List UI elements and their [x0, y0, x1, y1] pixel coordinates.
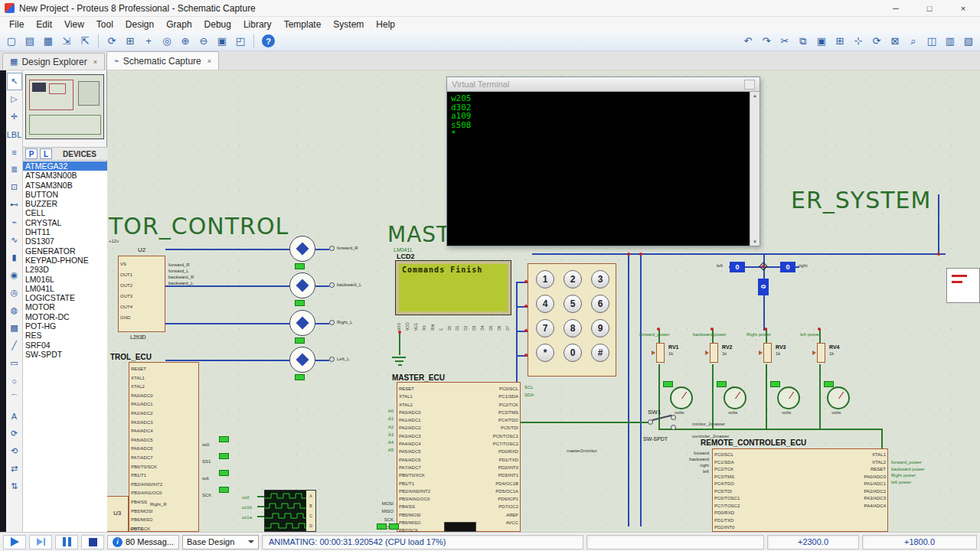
keypad-key[interactable]: *: [536, 344, 554, 362]
block-copy-icon[interactable]: ⊞: [831, 33, 848, 50]
grid-icon[interactable]: ⊞: [122, 33, 139, 50]
packaging-icon[interactable]: ▥: [942, 33, 959, 50]
import-icon[interactable]: ⇲: [58, 33, 75, 50]
rotate-ccw-icon[interactable]: ⟲: [7, 442, 22, 460]
menu-item[interactable]: File: [3, 19, 30, 30]
device-list-item[interactable]: KEYPAD-PHONE: [23, 256, 107, 265]
device-pin-icon[interactable]: ⌁: [7, 214, 22, 231]
overview-window[interactable]: [25, 74, 104, 139]
u2-ic[interactable]: VSOUT1OUT2OUT3OUT4GND: [118, 256, 165, 332]
device-list-item[interactable]: BUZZER: [23, 199, 107, 208]
library-button[interactable]: L: [40, 148, 52, 159]
oscilloscope[interactable]: ABCD: [264, 490, 316, 532]
design-selector[interactable]: Base Design: [182, 535, 259, 549]
block-rotate-icon[interactable]: ⟳: [868, 33, 885, 50]
current-probe-icon[interactable]: ◍: [7, 302, 22, 319]
potentiometer-body[interactable]: [817, 343, 825, 363]
junction-dot-icon[interactable]: ✛: [7, 108, 22, 126]
text-script-icon[interactable]: ≡: [7, 143, 22, 161]
RV1[interactable]: forward_power RV1 1k: [639, 331, 694, 386]
close-button[interactable]: ×: [946, 0, 980, 16]
menu-item[interactable]: Edit: [30, 19, 58, 30]
master-ecu-ic[interactable]: RESETXTAL1XTAL2PA0/ADC0PA1/ADC1PA2/ADC2P…: [397, 382, 521, 532]
lcd-display[interactable]: Commands Finish: [395, 260, 511, 315]
2d-text-icon[interactable]: A: [7, 407, 22, 425]
tab-schematic-capture[interactable]: ⌁ Schematic Capture ×: [106, 51, 219, 70]
decompose-icon[interactable]: ▧: [960, 33, 977, 50]
keypad-key[interactable]: 2: [564, 270, 582, 289]
subcircuit-icon[interactable]: ⊡: [7, 178, 22, 196]
scroll-up-icon[interactable]: ▲: [753, 93, 757, 98]
device-list-item[interactable]: LM016L: [23, 275, 107, 284]
cut-icon[interactable]: ✂: [776, 33, 793, 50]
wire-label-icon[interactable]: LBL: [7, 126, 22, 143]
motor[interactable]: [289, 236, 315, 262]
menu-item[interactable]: Debug: [198, 19, 237, 30]
make-device-icon[interactable]: ◫: [923, 33, 940, 50]
2d-box-icon[interactable]: ▭: [7, 354, 22, 372]
tape-recorder-icon[interactable]: ▮: [7, 249, 22, 266]
device-list-item[interactable]: POT-HG: [23, 321, 107, 331]
pause-button[interactable]: [55, 535, 78, 549]
new-file-icon[interactable]: ▢: [3, 33, 20, 50]
mirror-v-icon[interactable]: ⇅: [7, 478, 22, 495]
selection-mode-icon[interactable]: ↖: [7, 73, 22, 90]
keypad-key[interactable]: 8: [564, 319, 582, 337]
zoom-area-icon[interactable]: ◰: [232, 33, 249, 50]
device-list-item[interactable]: ATSAM3N00B: [23, 171, 107, 180]
scroll-down-icon[interactable]: ▼: [753, 240, 757, 244]
zoom-in-icon[interactable]: ⊕: [177, 33, 194, 50]
menu-item[interactable]: Design: [119, 19, 160, 30]
device-list-item[interactable]: DS1307: [23, 236, 107, 246]
RV3[interactable]: Right power RV3 1k: [746, 331, 802, 386]
terminal-icon[interactable]: ⊷: [7, 196, 22, 214]
keypad-key[interactable]: 0: [564, 344, 582, 362]
device-list-item[interactable]: LOGICSTATE: [23, 293, 107, 302]
tab-design-explorer[interactable]: ▦ Design Explorer ×: [2, 53, 105, 70]
menu-item[interactable]: Graph: [160, 19, 198, 30]
device-list-item[interactable]: RES: [23, 331, 107, 340]
zoom-out-icon[interactable]: ⊖: [195, 33, 212, 50]
remote-ecu-ic[interactable]: PC0/SCLPC1/SDAPC2/TCKPC3/TMSPC4/TDOPC5/T…: [712, 448, 888, 532]
device-list-item[interactable]: SW-SPDT: [23, 350, 107, 359]
keypad-key[interactable]: 5: [564, 295, 582, 313]
generator-icon[interactable]: ◉: [7, 266, 22, 284]
block-delete-icon[interactable]: ⊠: [887, 33, 903, 50]
virtual-terminal-titlebar[interactable]: Virtual Terminal: [447, 77, 760, 92]
keypad-key[interactable]: 6: [591, 295, 609, 313]
device-list-item[interactable]: MOTOR: [23, 302, 107, 311]
pick-devices-button[interactable]: P: [25, 148, 38, 159]
joystick-down-state[interactable]: 0: [758, 279, 769, 295]
motor[interactable]: [289, 310, 315, 336]
redo-icon[interactable]: ↷: [758, 33, 775, 50]
menu-item[interactable]: Library: [237, 19, 278, 30]
terminal-close-icon[interactable]: [744, 80, 755, 90]
redraw-icon[interactable]: ⟳: [103, 33, 120, 50]
virtual-instruments-icon[interactable]: ▩: [7, 319, 22, 337]
2d-circle-icon[interactable]: ○: [7, 372, 22, 390]
keypad-key[interactable]: 7: [536, 319, 554, 337]
menu-item[interactable]: Tool: [90, 19, 119, 30]
undo-icon[interactable]: ↶: [740, 33, 756, 50]
motor[interactable]: [289, 272, 315, 298]
keypad[interactable]: 123456789*0#: [528, 263, 616, 377]
zoom-all-icon[interactable]: ▣: [214, 33, 230, 50]
messages-button[interactable]: i 80 Messag...: [107, 535, 179, 549]
block-move-icon[interactable]: ⊹: [850, 33, 867, 50]
virtual-terminal-window[interactable]: Virtual Terminal w205d302a109s508* ▲ ▼: [446, 77, 760, 246]
2d-line-icon[interactable]: ╱: [7, 337, 22, 354]
potentiometer-body[interactable]: [710, 343, 718, 363]
device-list-item[interactable]: CELL: [23, 208, 107, 217]
device-list-item[interactable]: MOTOR-DC: [23, 312, 107, 321]
RV4[interactable]: left power RV4 1k: [800, 331, 855, 386]
copy-icon[interactable]: ⧉: [795, 33, 812, 50]
component-mode-icon[interactable]: ▷: [7, 90, 22, 108]
keypad-key[interactable]: 3: [591, 270, 609, 289]
menu-item[interactable]: System: [327, 19, 370, 30]
menu-item[interactable]: View: [58, 19, 90, 30]
mirror-h-icon[interactable]: ⇄: [7, 460, 22, 478]
device-list-item[interactable]: L293D: [23, 265, 107, 274]
device-list-item[interactable]: ATSAM3N0B: [23, 181, 107, 190]
voltage-probe-icon[interactable]: ◎: [7, 284, 22, 302]
keypad-key[interactable]: 9: [591, 319, 609, 337]
